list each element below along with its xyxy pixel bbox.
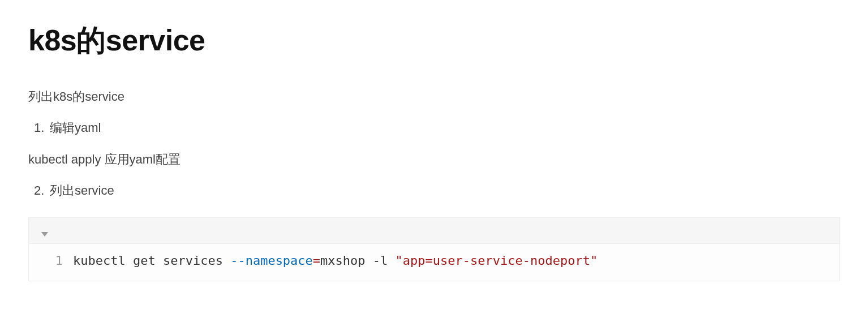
list-marker-1: 1. — [34, 118, 50, 138]
tok-value: mxshop -l — [320, 254, 395, 268]
code-block: 1 kubectl get services --namespace=mxsho… — [28, 217, 840, 281]
chevron-down-icon[interactable] — [41, 232, 48, 237]
tok-flag: --namespace — [230, 254, 313, 268]
tok-cmd: kubectl get services — [73, 254, 230, 268]
code-line-1: kubectl get services --namespace=mxshop … — [73, 251, 598, 270]
line-number: 1 — [29, 251, 73, 270]
intro-paragraph: 列出k8s的service — [28, 87, 840, 106]
code-body: 1 kubectl get services --namespace=mxsho… — [29, 243, 839, 281]
tok-string: "app=user-service-nodeport" — [396, 254, 598, 268]
list-item-1: 1.编辑yaml — [34, 118, 840, 138]
tok-equals: = — [313, 254, 320, 268]
list-item-2: 2.列出service — [34, 181, 840, 200]
apply-paragraph: kubectl apply 应用yaml配置 — [28, 149, 840, 169]
list-text-1: 编辑yaml — [50, 121, 101, 135]
list-marker-2: 2. — [34, 181, 50, 200]
list-text-2: 列出service — [50, 183, 114, 197]
code-toolbar — [29, 218, 839, 243]
page-title: k8s的service — [28, 17, 840, 64]
